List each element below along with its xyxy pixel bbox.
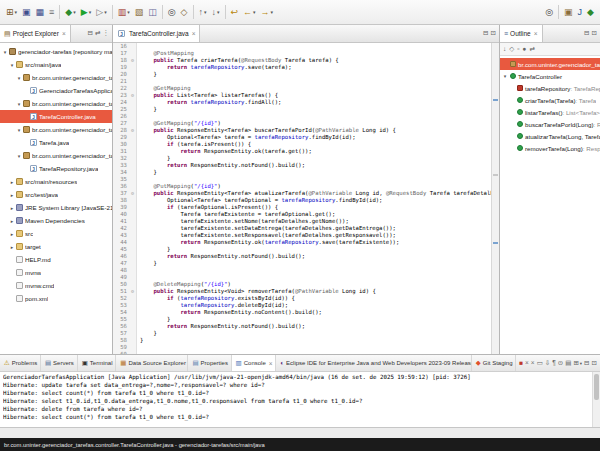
code-line[interactable]: 18⊖ public Tarefa criarTarefa(@RequestBo… — [113, 57, 491, 64]
code-line[interactable]: 46 return ResponseEntity.notFound().buil… — [113, 253, 491, 260]
code-line[interactable]: 47 } — [113, 260, 491, 267]
tab-problems[interactable]: ⚠Problems — [0, 355, 41, 371]
perspective-java-icon[interactable]: J — [576, 3, 585, 21]
code-line[interactable]: 19 return tarefaRepository.save(tarefa); — [113, 64, 491, 71]
next-annotation-icon[interactable]: ↓▾ — [210, 3, 222, 21]
forward-icon[interactable]: →▾ — [259, 3, 276, 21]
hide-non-public-members-icon[interactable]: ● — [523, 46, 527, 53]
code-line[interactable]: 22 @GetMapping — [113, 85, 491, 92]
view-menu-icon[interactable]: ⋮ — [103, 30, 110, 37]
code-line[interactable]: 54 return ResponseEntity.noContent().bui… — [113, 309, 491, 316]
sort-icon[interactable]: ↓ — [503, 46, 506, 53]
scroll-lock-icon[interactable]: ⇩ — [545, 360, 550, 367]
tree-item[interactable]: ▾src/main/java — [0, 58, 112, 71]
expand-arrow-icon[interactable]: ▸ — [9, 205, 15, 211]
code-line[interactable]: 53 tarefaRepository.deleteById(id); — [113, 302, 491, 309]
tab-data-source-explorer[interactable]: ▦Data Source Explorer — [116, 355, 188, 371]
code-line[interactable]: 27 @GetMapping("/{id}") — [113, 120, 491, 127]
hide-fields-icon[interactable]: ◇ — [509, 46, 514, 53]
tree-item[interactable]: JTarefaRepository.java — [0, 162, 112, 175]
outline-item[interactable]: atualizarTarefa(Long, Tarefa) : Response… — [500, 130, 600, 142]
code-line[interactable]: 57 } — [113, 330, 491, 337]
tree-item[interactable]: JGerenciadorTarefasApplication.java — [0, 84, 112, 97]
terminate-icon[interactable]: ■ — [519, 360, 523, 367]
code-line[interactable]: 29 Optional<Tarefa> tarefa = tarefaRepos… — [113, 134, 491, 141]
pin-console-icon[interactable]: ⊙ — [558, 360, 563, 367]
tree-item[interactable]: ▸target — [0, 240, 112, 253]
tree-item[interactable]: ▸JRE System Library [JavaSE-21] — [0, 201, 112, 214]
expand-arrow-icon[interactable]: ▾ — [16, 153, 22, 159]
last-edit-location-icon[interactable]: ↩ — [229, 3, 241, 21]
code-line[interactable]: 58} — [113, 337, 491, 344]
tree-item[interactable]: JTarefaController.java — [0, 110, 112, 123]
code-line[interactable]: 30 if (tarefa.isPresent()) { — [113, 141, 491, 148]
new-java-project-icon[interactable]: ▧ — [133, 3, 146, 21]
minimize-icon[interactable]: ⊟ — [584, 30, 589, 37]
perspective-javaee-icon[interactable]: ▣ — [562, 3, 575, 21]
outline-item[interactable]: removerTarefa(Long) : ResponseEntity<Voi… — [500, 142, 600, 154]
expand-arrow-icon[interactable]: ▾ — [16, 101, 22, 107]
back-icon[interactable]: ←▾ — [241, 3, 258, 21]
tab-outline[interactable]: ≡ Outline × — [500, 25, 543, 42]
expand-arrow-icon[interactable]: ▸ — [9, 179, 15, 185]
maximize-icon[interactable]: ⊡ — [491, 30, 496, 37]
code-line[interactable]: 40 Tarefa tarefaExistente = tarefaOption… — [113, 211, 491, 218]
remove-all-launches-icon[interactable]: × — [531, 360, 535, 367]
tab-terminal[interactable]: ▣Terminal — [78, 355, 117, 371]
code-line[interactable]: 51⊖ public ResponseEntity<Void> removerT… — [113, 288, 491, 295]
console-view[interactable]: GerenciadorTarefasApplication [Java Appl… — [0, 372, 600, 427]
coverage-icon[interactable]: ▥▾ — [116, 3, 132, 21]
code-line[interactable]: 37⊖ public ResponseEntity<Tarefa> atuali… — [113, 190, 491, 197]
tree-item[interactable]: ▾br.com.uninter.gerenciador_tarefas.mode… — [0, 123, 112, 136]
print-icon[interactable]: ≡ — [47, 3, 56, 21]
tree-item[interactable]: mvnw — [0, 266, 112, 279]
expand-arrow-icon[interactable]: ▸ — [9, 244, 15, 250]
code-line[interactable]: 26 — [113, 113, 491, 120]
outline-item[interactable]: listarTarefas() : List<Tarefa> — [500, 106, 600, 118]
code-line[interactable]: 49 — [113, 274, 491, 281]
maximize-icon[interactable]: ⊡ — [592, 360, 597, 367]
tab-git-staging[interactable]: ◆Git Staging — [472, 355, 516, 371]
tree-item[interactable]: ▸src/main/resources — [0, 175, 112, 188]
code-line[interactable]: 31 return ResponseEntity.ok(tarefa.get()… — [113, 148, 491, 155]
open-type-icon[interactable]: ◇ — [179, 3, 190, 21]
code-line[interactable]: 24 return tarefaRepository.findAll(); — [113, 99, 491, 106]
close-icon[interactable]: × — [192, 30, 196, 37]
code-line[interactable]: 33 return ResponseEntity.notFound().buil… — [113, 162, 491, 169]
code-line[interactable]: 39 if (tarefaOptional.isPresent()) { — [113, 204, 491, 211]
save-all-icon[interactable]: ▦ — [34, 3, 47, 21]
code-line[interactable]: 52 if (tarefaRepository.existsById(id)) … — [113, 295, 491, 302]
code-line[interactable]: 36 @PutMapping("/{id}") — [113, 183, 491, 190]
code-line[interactable]: 20 } — [113, 71, 491, 78]
code-line[interactable]: 34 } — [113, 169, 491, 176]
outline-item[interactable]: ▾TarefaController — [500, 70, 600, 82]
code-line[interactable]: 23⊖ public List<Tarefa> listarTarefas() … — [113, 92, 491, 99]
close-icon[interactable]: × — [534, 30, 538, 37]
taskbar[interactable]: br.com.uninter.gerenciador_tarefas.contr… — [0, 438, 600, 451]
tree-item[interactable]: JTarefa.java — [0, 136, 112, 149]
outline-item[interactable]: tarefaRepository : TarefaRepository — [500, 82, 600, 94]
search-icon[interactable]: ◎ — [166, 3, 178, 21]
expand-arrow-icon[interactable]: ▸ — [9, 192, 15, 198]
code-line[interactable]: 60 — [113, 351, 491, 354]
quick-access-search-icon[interactable]: ◎ — [543, 3, 555, 21]
tree-item[interactable]: ▾br.com.uninter.gerenciador_tarefas.cont… — [0, 97, 112, 110]
save-icon[interactable]: ▣ — [20, 3, 33, 21]
code-line[interactable]: 50 @DeleteMapping("/{id}") — [113, 281, 491, 288]
console-scrollbar[interactable] — [592, 372, 600, 427]
link-with-editor-icon[interactable]: ⇄ — [530, 46, 535, 53]
fold-marker-icon[interactable]: ⊖ — [129, 288, 137, 295]
expand-arrow-icon[interactable]: ▾ — [502, 73, 508, 79]
tree-item[interactable]: HELP.md — [0, 253, 112, 266]
tab-project-explorer[interactable]: ▤ Project Explorer × — [0, 25, 71, 42]
expand-arrow-icon[interactable]: ▾ — [9, 62, 15, 68]
expand-arrow-icon[interactable]: ▸ — [9, 218, 15, 224]
tree-item[interactable]: ▸Maven Dependencies — [0, 214, 112, 227]
overview-ruler[interactable] — [491, 43, 499, 354]
code-line[interactable]: 25 } — [113, 106, 491, 113]
new-servlet-icon[interactable]: ◫ — [146, 3, 159, 21]
expand-arrow-icon[interactable]: ▾ — [2, 49, 8, 55]
code-line[interactable]: 21 — [113, 78, 491, 85]
open-console-icon[interactable]: ⊞▾ — [573, 360, 582, 367]
run-icon[interactable]: ▶▾ — [79, 3, 93, 21]
